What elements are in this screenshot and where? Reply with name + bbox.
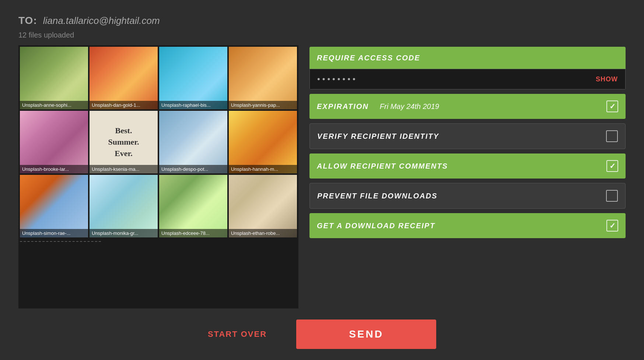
access-code-label: REQUIRE ACCESS CODE: [317, 54, 420, 62]
grid-item-bg-ksenia: Best.Summer.Ever.: [90, 111, 158, 173]
allow-comments-checkmark: ✓: [609, 162, 616, 170]
expiration-option: EXPIRATION Fri May 24th 2019 ✓: [309, 94, 626, 119]
allow-comments-header[interactable]: ALLOW RECIPIENT COMMENTS ✓: [309, 153, 626, 179]
grid-item-edceee[interactable]: Unsplash-edceee-78...: [159, 175, 227, 237]
grid-item-label-simon: Unsplash-simon-rae-...: [20, 229, 88, 237]
grid-item-bg-yannis: [229, 47, 297, 109]
download-receipt-option: GET A DOWNLOAD RECEIPT ✓: [309, 213, 626, 238]
grid-item-label-anne: Unsplash-anne-sophi...: [20, 101, 88, 109]
grid-item-ethan[interactable]: Unsplash-ethan-robe...: [229, 175, 297, 237]
download-receipt-checkmark: ✓: [609, 221, 616, 230]
expiration-date: Fri May 24th 2019: [380, 102, 439, 111]
grid-item-label-dan: Unsplash-dan-gold-1...: [90, 101, 158, 109]
grid-item-bg-anne: [20, 47, 88, 109]
allow-comments-label: ALLOW RECIPIENT COMMENTS: [317, 162, 448, 170]
grid-item-raphael[interactable]: Unsplash-raphael-bis...: [159, 47, 227, 109]
grid-item-bg-brooke: [20, 111, 88, 173]
grid-item-monika[interactable]: Unsplash-monika-gr...: [90, 175, 158, 237]
show-password-button[interactable]: SHOW: [596, 75, 618, 83]
image-grid: Unsplash-anne-sophi...Unsplash-dan-gold-…: [18, 45, 298, 239]
grid-item-label-ksenia: Unsplash-ksenia-ma...: [90, 165, 158, 173]
grid-item-label-ethan: Unsplash-ethan-robe...: [229, 229, 297, 237]
expiration-checkbox[interactable]: ✓: [606, 100, 618, 112]
expiration-label: EXPIRATION: [317, 102, 369, 111]
options-panel: REQUIRE ACCESS CODE •••••••• SHOW EXPIRA…: [309, 45, 626, 308]
access-code-dots: ••••••••: [317, 74, 358, 84]
grid-item-label-raphael: Unsplash-raphael-bis...: [159, 101, 227, 109]
prevent-downloads-option: PREVENT FILE DOWNLOADS: [309, 183, 626, 209]
files-count: 12 files uploaded: [18, 31, 626, 39]
grid-item-text-ksenia: Best.Summer.Ever.: [90, 125, 158, 159]
grid-item-bg-despo: [159, 111, 227, 173]
grid-item-label-despo: Unsplash-despo-pot...: [159, 165, 227, 173]
grid-item-anne[interactable]: Unsplash-anne-sophi...: [20, 47, 88, 109]
grid-item-label-edceee: Unsplash-edceee-78...: [159, 229, 227, 237]
content-row: Unsplash-anne-sophi...Unsplash-dan-gold-…: [18, 45, 626, 308]
grid-item-simon[interactable]: Unsplash-simon-rae-...: [20, 175, 88, 237]
image-grid-container: Unsplash-anne-sophi...Unsplash-dan-gold-…: [18, 45, 298, 308]
access-code-header: REQUIRE ACCESS CODE: [309, 47, 626, 69]
expiration-header[interactable]: EXPIRATION Fri May 24th 2019 ✓: [309, 94, 626, 119]
download-receipt-checkbox[interactable]: ✓: [606, 220, 618, 232]
grid-item-ksenia[interactable]: Best.Summer.Ever.Unsplash-ksenia-ma...: [90, 111, 158, 173]
to-label: TO:: [18, 15, 37, 27]
grid-item-label-yannis: Unsplash-yannis-pap...: [229, 101, 297, 109]
expiration-checkmark: ✓: [609, 102, 616, 111]
verify-identity-option: VERIFY RECIPIENT IDENTITY: [309, 123, 626, 149]
access-code-input-row[interactable]: •••••••• SHOW: [309, 69, 626, 89]
expiration-inner: EXPIRATION Fri May 24th 2019: [317, 102, 439, 111]
to-email: liana.tallarico@hightail.com: [43, 15, 160, 27]
download-receipt-label: GET A DOWNLOAD RECEIPT: [317, 222, 435, 230]
allow-comments-checkbox[interactable]: ✓: [606, 160, 618, 172]
verify-identity-header[interactable]: VERIFY RECIPIENT IDENTITY: [310, 124, 625, 149]
grid-item-bg-simon: [20, 175, 88, 237]
prevent-downloads-checkbox[interactable]: [606, 190, 618, 202]
grid-item-despo[interactable]: Unsplash-despo-pot...: [159, 111, 227, 173]
verify-identity-label: VERIFY RECIPIENT IDENTITY: [317, 132, 439, 141]
grid-item-dan[interactable]: Unsplash-dan-gold-1...: [90, 47, 158, 109]
start-over-button[interactable]: START OVER: [208, 329, 267, 339]
to-row: TO: liana.tallarico@hightail.com: [18, 15, 626, 27]
grid-item-brooke[interactable]: Unsplash-brooke-lar...: [20, 111, 88, 173]
main-container: TO: liana.tallarico@hightail.com 12 file…: [0, 0, 644, 308]
grid-item-bg-monika: [90, 175, 158, 237]
scroll-dashed-line: [20, 241, 101, 242]
send-button[interactable]: SEND: [296, 320, 436, 349]
grid-item-label-brooke: Unsplash-brooke-lar...: [20, 165, 88, 173]
grid-item-label-hannah: Unsplash-hannah-m...: [229, 165, 297, 173]
access-code-option: REQUIRE ACCESS CODE •••••••• SHOW: [309, 47, 626, 89]
grid-item-label-monika: Unsplash-monika-gr...: [90, 229, 158, 237]
download-receipt-header[interactable]: GET A DOWNLOAD RECEIPT ✓: [309, 213, 626, 238]
grid-item-bg-ethan: [229, 175, 297, 237]
grid-item-hannah[interactable]: Unsplash-hannah-m...: [229, 111, 297, 173]
grid-item-bg-edceee: [159, 175, 227, 237]
grid-item-bg-raphael: [159, 47, 227, 109]
allow-comments-option: ALLOW RECIPIENT COMMENTS ✓: [309, 153, 626, 179]
verify-identity-checkbox[interactable]: [606, 130, 618, 142]
prevent-downloads-header[interactable]: PREVENT FILE DOWNLOADS: [310, 183, 625, 208]
prevent-downloads-label: PREVENT FILE DOWNLOADS: [317, 192, 437, 200]
grid-item-yannis[interactable]: Unsplash-yannis-pap...: [229, 47, 297, 109]
bottom-bar: START OVER SEND: [0, 308, 644, 360]
grid-item-bg-hannah: [229, 111, 297, 173]
grid-item-bg-dan: [90, 47, 158, 109]
